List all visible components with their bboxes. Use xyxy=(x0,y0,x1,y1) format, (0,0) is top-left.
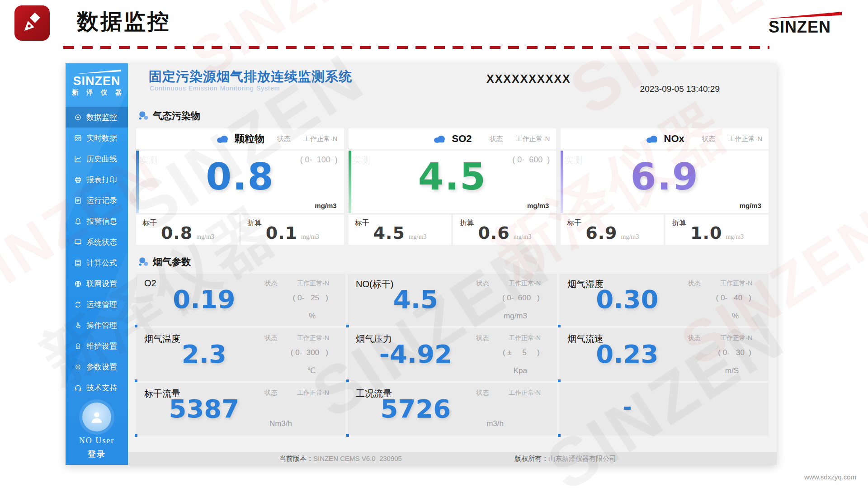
sidebar-item-run-record[interactable]: 运行记录 xyxy=(66,190,128,211)
sidebar-item-alarm-info[interactable]: 报警信息 xyxy=(66,211,128,232)
param-value: 5387 xyxy=(150,394,259,423)
sidebar-item-label: 操作管理 xyxy=(86,320,117,331)
sidebar-item-realtime-data[interactable]: 实时数据 xyxy=(66,128,128,148)
page-title: 数据监控 xyxy=(77,7,171,36)
card-body: 实测 6.9 mg/m3 xyxy=(561,151,769,213)
card-so2: SO2 状态 工作正常-N 实测 ( 0- 600 ) 4.5 mg/m3 标干 xyxy=(349,128,557,245)
subvalue-number: 4.5 xyxy=(373,223,405,243)
status-block: 状态工作正常-N xyxy=(688,334,752,342)
subvalue-converted: 折算 0.1mg/m3 xyxy=(241,215,344,245)
sidebar-item-label: 联网设置 xyxy=(86,279,117,289)
copyright-label: 版权所有： xyxy=(514,455,548,462)
sidebar-item-label: 实时数据 xyxy=(86,133,117,143)
sidebar-user-block: NO User 登录 xyxy=(66,403,128,460)
user-name: NO User xyxy=(66,436,128,445)
param-cell-no-dry: NO(标干) 状态工作正常-N ( 0- 600 ) 4.5 mg/m3 xyxy=(348,274,557,326)
version-info: 当前版本：SINZEN CEMS V6.0_230905 xyxy=(279,452,402,465)
param-cell-velocity: 烟气流速 状态工作正常-N ( 0- 30 ) 0.23 m/S xyxy=(559,328,769,381)
sidebar-item-calc-formula[interactable]: 计算公式 xyxy=(66,252,128,273)
sidebar-item-operation-management[interactable]: 操作管理 xyxy=(66,315,128,336)
pen-logo-badge xyxy=(14,5,50,41)
status-label: 状态 xyxy=(476,389,489,397)
pollutant-name: NOx xyxy=(664,133,684,145)
status-label: 状态 xyxy=(688,334,700,342)
dashed-divider xyxy=(63,46,769,49)
range-label: ( 0- 600 ) xyxy=(512,155,550,165)
param-value: 0.19 xyxy=(150,284,259,314)
main-area: 固定污染源烟气排放连续监测系统 Continuous Emission Moni… xyxy=(128,63,777,465)
card-header: 颗粒物 状态 工作正常-N xyxy=(136,128,344,149)
subvalue-label: 折算 xyxy=(459,218,474,228)
subvalue-unit: mg/m3 xyxy=(409,233,427,241)
bubbles-icon xyxy=(138,110,149,121)
sidebar-item-report-print[interactable]: 报表打印 xyxy=(66,169,128,190)
param-unit: Nm3/h xyxy=(269,419,292,428)
sidebar-item-maintenance-settings[interactable]: 维护设置 xyxy=(66,336,128,356)
card-header: NOx 状态 工作正常-N xyxy=(561,128,769,149)
app-window: SINZEN 新 泽 仪 器 数据监控 实时数据 历史曲线 报表打印 运 xyxy=(66,63,777,465)
status-label: 状态 xyxy=(476,334,489,342)
sidebar-item-parameter-settings[interactable]: 参数设置 xyxy=(66,356,128,377)
sidebar-item-label: 报表打印 xyxy=(86,175,117,185)
flue-param-grid: O2 状态工作正常-N ( 0- 25 ) 0.19 % NO(标干) 状态工作… xyxy=(136,274,769,436)
param-cell-temperature: 烟气温度 状态工作正常-N ( 0- 300 ) 2.3 ℃ xyxy=(136,328,345,381)
sidebar-item-label: 历史曲线 xyxy=(86,154,117,164)
pollutant-name: SO2 xyxy=(452,133,472,145)
card-footer: 标干 4.5mg/m3 折算 0.6mg/m3 xyxy=(349,215,557,245)
param-cell-empty: - xyxy=(559,383,769,436)
sidebar-item-label: 数据监控 xyxy=(86,112,117,123)
param-cell-dry-flow: 标干流量 状态工作正常-N 5387 Nm3/h xyxy=(136,383,345,436)
sidebar-item-history-curve[interactable]: 历史曲线 xyxy=(66,148,128,169)
subvalue-dry: 标干 4.5mg/m3 xyxy=(349,215,452,245)
status-value: 工作正常-N xyxy=(297,334,329,342)
sidebar-item-system-status[interactable]: 系统状态 xyxy=(66,232,128,252)
datetime: 2023-09-05 13:40:29 xyxy=(640,84,720,94)
calc-formula-icon xyxy=(74,259,82,267)
status-block: 状态 工作正常-N xyxy=(702,128,762,149)
measured-label: 实测 xyxy=(352,154,370,166)
window-footer: 当前版本：SINZEN CEMS V6.0_230905 版权所有：山东新泽仪器… xyxy=(128,452,777,465)
param-unit: ℃ xyxy=(307,366,316,375)
subvalue-unit: mg/m3 xyxy=(514,233,532,241)
subvalue-unit: mg/m3 xyxy=(301,233,319,241)
range-label: ( 0- 40 ) xyxy=(716,294,751,303)
cloud-icon xyxy=(645,134,660,144)
sidebar-item-label: 计算公式 xyxy=(86,258,117,268)
card-body: 实测 ( 0- 100 ) 0.8 mg/m3 xyxy=(136,151,344,213)
value-unit: mg/m3 xyxy=(315,202,336,209)
cloud-icon xyxy=(433,134,447,144)
sidebar-item-label: 维护设置 xyxy=(86,341,117,351)
report-print-icon xyxy=(74,176,82,184)
status-label: 状态 xyxy=(264,280,277,288)
range-label: ( 0- 30 ) xyxy=(718,348,751,357)
sidebar-item-data-monitor[interactable]: 数据监控 xyxy=(66,107,128,128)
param-cell-humidity: 烟气湿度 状态工作正常-N ( 0- 40 ) 0.30 % xyxy=(559,274,769,326)
avatar[interactable] xyxy=(82,403,111,431)
alarm-info-icon xyxy=(74,218,82,225)
system-status-icon xyxy=(74,238,82,246)
range-label: ( ± 5 ) xyxy=(503,348,540,357)
status-block: 状态 工作正常-N xyxy=(490,128,550,149)
sidebar-item-network-settings[interactable]: 联网设置 xyxy=(66,273,128,294)
sidebar-item-label: 运行记录 xyxy=(86,195,117,206)
login-button[interactable]: 登录 xyxy=(66,449,128,460)
sidebar-item-ops-management[interactable]: 运维管理 xyxy=(66,294,128,315)
subvalue-number: 6.9 xyxy=(585,223,617,243)
status-label: 状态 xyxy=(264,334,277,342)
status-value: 工作正常-N xyxy=(297,280,329,288)
pollutant-cards: 颗粒物 状态 工作正常-N 实测 ( 0- 100 ) 0.8 mg/m3 标干 xyxy=(136,128,769,245)
subvalue-number: 0.8 xyxy=(161,223,193,243)
subvalue-unit: mg/m3 xyxy=(621,233,639,241)
status-value: 工作正常-N xyxy=(516,135,550,143)
sidebar-item-tech-support[interactable]: 技术支持 xyxy=(66,377,128,398)
sidebar-item-label: 报警信息 xyxy=(86,216,117,227)
card-header: SO2 状态 工作正常-N xyxy=(349,128,557,149)
section-title: 烟气参数 xyxy=(153,256,191,268)
status-block: 状态工作正常-N xyxy=(264,334,329,342)
status-label: 状态 xyxy=(688,280,700,288)
version-label: 当前版本： xyxy=(279,455,313,462)
sidebar-nav: 数据监控 实时数据 历史曲线 报表打印 运行记录 报警信息 xyxy=(66,107,128,398)
param-cell-pressure: 烟气压力 状态工作正常-N ( ± 5 ) -4.92 Kpa xyxy=(348,328,557,381)
section-flue-params: 烟气参数 xyxy=(138,255,769,269)
bubbles-icon xyxy=(138,256,149,267)
